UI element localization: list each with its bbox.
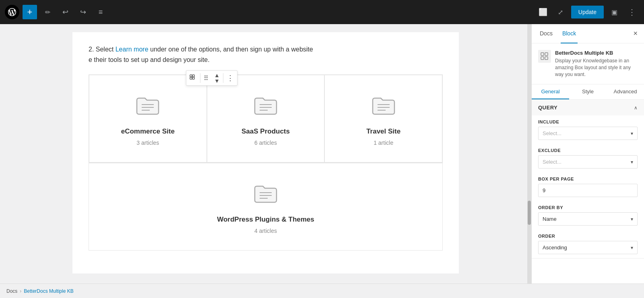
editor-scrollbar-thumb	[528, 201, 531, 225]
toolbar-right: ⬜ ⤢ Update ▣ ⋮	[536, 5, 639, 19]
svg-rect-16	[541, 53, 544, 55]
text-after-link: under one of the options, and then sign …	[149, 46, 313, 53]
wp-logo	[5, 5, 19, 19]
order-by-select-value: Name	[543, 216, 557, 222]
sidebar-close-button[interactable]: ×	[633, 29, 638, 38]
main-area: ⠿ ▲▼ ⋮ 2. Select Learn more under one of…	[0, 24, 644, 284]
kb-folder-icon-wordpress	[252, 179, 280, 209]
include-select-value: Select...	[543, 130, 561, 136]
main-toolbar: + ✏ ↩ ↪ ≡ ⬜ ⤢ Update ▣ ⋮	[0, 0, 644, 24]
sidebar-subtab-general[interactable]: General	[532, 84, 569, 99]
order-by-select-arrow-icon: ▾	[631, 216, 633, 222]
monitor-view-button[interactable]: ⬜	[536, 5, 550, 19]
plugin-grid-icon	[541, 52, 549, 60]
undo-button[interactable]: ↩	[58, 5, 72, 19]
box-per-page-label: BOX PER PAGE	[538, 177, 638, 181]
svg-rect-3	[192, 77, 194, 79]
sidebar-tab-block[interactable]: Block	[561, 24, 578, 43]
breadcrumb-docs[interactable]: Docs	[6, 288, 17, 294]
learn-more-link[interactable]: Learn more	[116, 46, 149, 53]
chevron-up-icon: ∧	[634, 105, 638, 111]
order-select[interactable]: Ascending ▾	[538, 241, 638, 254]
order-select-arrow-icon: ▾	[631, 245, 633, 251]
bottom-bar: Docs › BetterDocs Multiple KB	[0, 284, 644, 298]
svg-rect-2	[190, 77, 192, 79]
include-select[interactable]: Select... ▾	[538, 127, 638, 140]
sidebar-subtab-style[interactable]: Style	[569, 84, 607, 99]
options-button[interactable]: ⋮	[625, 5, 639, 19]
svg-rect-19	[545, 57, 548, 60]
plugin-icon	[538, 50, 551, 63]
svg-rect-17	[541, 57, 544, 60]
drag-handle-button[interactable]: ⠿	[200, 71, 211, 85]
plugin-title: BetterDocs Multiple KB	[555, 50, 638, 56]
query-section: Query ∧ INCLUDE Select... ▾ EXCLUDE Sele…	[532, 100, 644, 259]
monitor-icon: ⬜	[539, 8, 547, 16]
wp-logo-icon	[8, 8, 16, 16]
plugin-info: BetterDocs Multiple KB Display your Know…	[532, 43, 644, 84]
settings-sidebar-button[interactable]: ▣	[607, 5, 621, 19]
plus-icon: +	[27, 7, 33, 17]
sidebar-subtabs: General Style Advanced	[532, 84, 644, 100]
kb-cards-bottom-row: WordPress Plugins & Themes 4 articles	[89, 163, 443, 251]
tools-button[interactable]: ✏	[40, 5, 55, 19]
block-options-button[interactable]: ⋮	[223, 71, 237, 85]
sidebar-subtab-advanced[interactable]: Advanced	[607, 84, 644, 99]
box-per-page-field: BOX PER PAGE	[532, 173, 644, 201]
order-select-value: Ascending	[543, 245, 567, 251]
kb-card-title-ecommerce: eCommerce Site	[121, 127, 175, 136]
block-toolbar: ⠿ ▲▼ ⋮	[186, 70, 237, 86]
box-per-page-input[interactable]	[538, 184, 638, 197]
kebab-icon: ⋮	[628, 7, 636, 17]
exclude-select[interactable]: Select... ▾	[538, 155, 638, 169]
kb-cards-grid: eCommerce Site 3 articles SaaS Products …	[89, 74, 443, 163]
kb-card-saas[interactable]: SaaS Products 6 articles	[207, 75, 325, 162]
kb-card-title-wordpress: WordPress Plugins & Themes	[217, 216, 314, 224]
block-type-button[interactable]	[186, 71, 200, 85]
sidebar-tab-docs[interactable]: Docs	[538, 24, 554, 43]
pencil-icon: ✏	[45, 8, 50, 16]
redo-icon: ↪	[80, 8, 86, 16]
kb-card-title-travel: Travel Site	[366, 127, 400, 136]
add-block-button[interactable]: +	[23, 5, 37, 19]
vertical-dots-icon: ⋮	[227, 74, 234, 82]
order-by-label: ORDER BY	[538, 205, 638, 210]
kb-card-ecommerce[interactable]: eCommerce Site 3 articles	[89, 75, 207, 162]
kb-card-wordpress[interactable]: WordPress Plugins & Themes 4 articles	[89, 163, 442, 250]
plugin-desc: Display your Knowledgebase in an amazing…	[555, 58, 638, 78]
order-by-field: ORDER BY Name ▾	[532, 201, 644, 230]
breadcrumb-betterdocs[interactable]: BetterDocs Multiple KB	[24, 288, 73, 294]
editor-paragraph: 2. Select Learn more under one of the op…	[89, 44, 443, 65]
sidebar-toggle-icon: ▣	[611, 8, 617, 16]
right-sidebar: Docs Block × BetterDocs Multiple KB Disp…	[531, 24, 644, 284]
list-view-button[interactable]: ≡	[93, 5, 108, 19]
order-by-select[interactable]: Name ▾	[538, 212, 638, 226]
svg-rect-0	[190, 75, 192, 77]
drag-icon: ⠿	[204, 74, 208, 82]
svg-rect-1	[192, 75, 194, 77]
preview-button[interactable]: ⤢	[553, 5, 568, 19]
breadcrumb-separator: ›	[20, 288, 21, 294]
editor-area[interactable]: ⠿ ▲▼ ⋮ 2. Select Learn more under one of…	[0, 24, 531, 284]
exclude-label: EXCLUDE	[538, 148, 638, 153]
include-label: INCLUDE	[538, 119, 638, 124]
editor-scrollbar-track[interactable]	[527, 24, 531, 284]
editor-text-line2: e their tools to set up and design your …	[89, 56, 210, 63]
kb-card-count-ecommerce: 3 articles	[136, 140, 159, 146]
external-link-icon: ⤢	[558, 8, 563, 16]
move-up-down-button[interactable]: ▲▼	[211, 71, 223, 85]
order-field: ORDER Ascending ▾	[532, 230, 644, 258]
text-before-link: 2. Select	[89, 46, 116, 53]
include-field: INCLUDE Select... ▾	[532, 115, 644, 144]
undo-icon: ↩	[62, 8, 68, 16]
kb-card-count-wordpress: 4 articles	[254, 228, 277, 234]
order-label: ORDER	[538, 234, 638, 238]
include-select-arrow-icon: ▾	[631, 131, 633, 136]
update-button[interactable]: Update	[571, 6, 604, 18]
redo-button[interactable]: ↪	[76, 5, 90, 19]
kb-card-travel[interactable]: Travel Site 1 article	[324, 75, 442, 162]
exclude-select-arrow-icon: ▾	[631, 159, 633, 165]
kb-card-count-travel: 1 article	[374, 140, 393, 146]
list-icon: ≡	[99, 8, 103, 16]
query-section-header[interactable]: Query ∧	[532, 100, 644, 115]
